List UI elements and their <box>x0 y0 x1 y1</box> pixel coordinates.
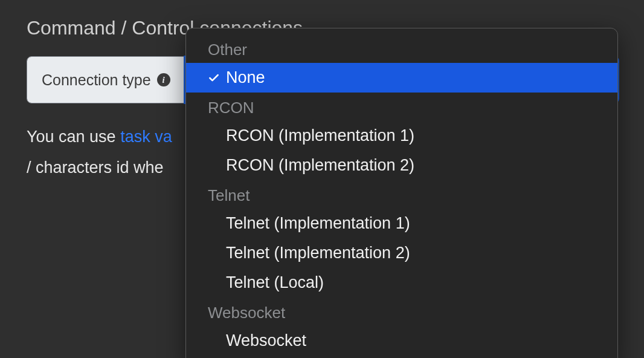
check-icon <box>208 72 226 84</box>
hint-prefix: You can use <box>27 128 120 146</box>
connection-type-label-box: Connection type i <box>27 57 185 103</box>
dropdown-item[interactable]: None <box>186 63 617 93</box>
dropdown-item-label: None <box>226 68 265 87</box>
dropdown-item[interactable]: Telnet (Implementation 1) <box>186 209 617 238</box>
dropdown-group-label: RCON <box>186 93 617 121</box>
dropdown-group-label: Other <box>186 34 617 63</box>
dropdown-item[interactable]: Telnet (Implementation 2) <box>186 238 617 268</box>
connection-type-dropdown[interactable]: OtherNoneRCONRCON (Implementation 1)RCON… <box>185 28 618 358</box>
dropdown-group-label: Telnet <box>186 180 617 209</box>
dropdown-item-label: Websocket <box>226 331 306 350</box>
info-icon[interactable]: i <box>157 73 170 86</box>
dropdown-item-label: RCON (Implementation 2) <box>226 156 414 175</box>
hint-rest: / characters id whe <box>27 158 164 177</box>
dropdown-item-label: Telnet (Local) <box>226 273 324 292</box>
dropdown-item-label: RCON (Implementation 1) <box>226 126 414 145</box>
dropdown-item[interactable]: Telnet (Local) <box>186 268 617 298</box>
dropdown-item[interactable]: RCON (Implementation 1) <box>186 121 617 151</box>
dropdown-group-label: Websocket <box>186 298 617 326</box>
task-variables-link[interactable]: task va <box>120 128 172 146</box>
connection-type-label: Connection type <box>42 71 151 89</box>
dropdown-item[interactable]: Websocket <box>186 326 617 356</box>
dropdown-item[interactable]: RCON (Implementation 2) <box>186 151 617 180</box>
dropdown-item-label: Telnet (Implementation 2) <box>226 244 410 262</box>
dropdown-item-label: Telnet (Implementation 1) <box>226 214 410 233</box>
